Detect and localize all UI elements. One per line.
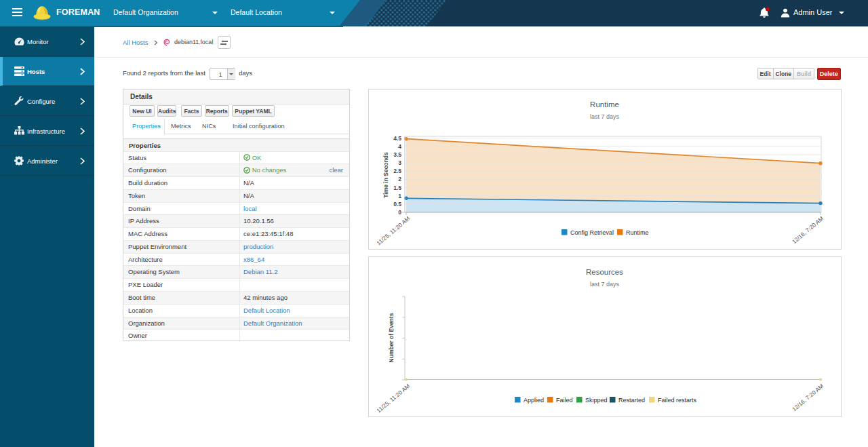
svg-text:3: 3 [398, 159, 401, 166]
svg-text:0.5: 0.5 [393, 201, 401, 208]
svg-text:1: 1 [398, 193, 401, 199]
svg-text:Restarted: Restarted [618, 397, 645, 404]
svg-text:last 7 days: last 7 days [590, 113, 620, 120]
svg-text:Runtime: Runtime [590, 100, 619, 109]
svg-text:3.5: 3.5 [393, 151, 401, 158]
svg-text:12/16, 7:20 AM: 12/16, 7:20 AM [791, 383, 825, 412]
svg-text:Runtime: Runtime [626, 229, 649, 236]
svg-text:11/25, 11:20 AM: 11/25, 11:20 AM [375, 215, 411, 247]
svg-text:Time in Seconds: Time in Seconds [382, 152, 389, 198]
svg-text:Failed: Failed [556, 397, 573, 404]
svg-text:Config Retrieval: Config Retrieval [570, 229, 614, 236]
svg-text:4: 4 [398, 143, 401, 150]
svg-text:0: 0 [398, 209, 401, 216]
svg-text:1.5: 1.5 [393, 184, 401, 191]
svg-text:Resources: Resources [586, 268, 623, 276]
svg-text:last 7 days: last 7 days [590, 281, 620, 288]
svg-text:Number of Events: Number of Events [388, 313, 395, 362]
svg-text:Applied: Applied [524, 397, 544, 404]
svg-text:Failed restarts: Failed restarts [658, 397, 697, 404]
svg-text:2.5: 2.5 [393, 168, 401, 174]
svg-text:12/16, 7:20 AM: 12/16, 7:20 AM [791, 215, 825, 245]
svg-text:2: 2 [398, 176, 401, 182]
svg-text:4.5: 4.5 [393, 135, 401, 142]
svg-text:Skipped: Skipped [585, 397, 608, 404]
svg-text:11/25, 11:20 AM: 11/25, 11:20 AM [375, 383, 411, 414]
